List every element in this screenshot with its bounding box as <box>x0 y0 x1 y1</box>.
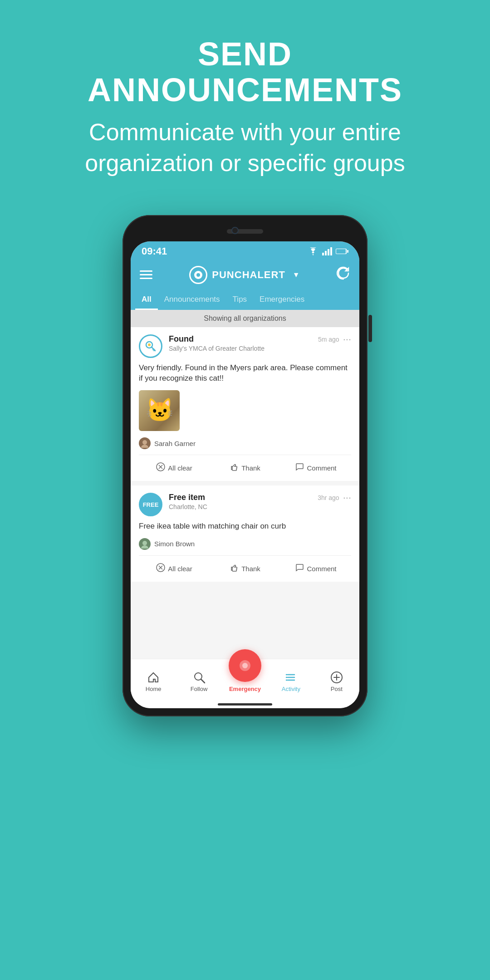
app-tabs: All Announcements Tips Emergencies <box>131 290 359 310</box>
app-logo-inner <box>194 271 202 279</box>
svg-rect-6 <box>336 249 346 254</box>
status-icons <box>308 247 348 255</box>
phone-side-button <box>368 315 372 342</box>
found-card-body: Very friendly. Found in the Myers park a… <box>139 363 351 384</box>
post-nav-label: Post <box>331 686 343 692</box>
post-icon <box>330 671 343 684</box>
wifi-icon <box>308 247 318 255</box>
emergency-inner-icon <box>237 657 253 674</box>
svg-rect-1 <box>325 251 327 255</box>
free-card-meta: 3hr ago ··· <box>318 493 351 503</box>
svg-point-20 <box>242 663 248 668</box>
found-card-image <box>139 390 180 431</box>
org-banner: Showing all organizations <box>131 310 359 327</box>
activity-nav-label: Activity <box>282 686 300 692</box>
free-card-more-icon[interactable]: ··· <box>343 493 351 503</box>
found-card-actions: All clear Thank <box>139 455 351 481</box>
found-author-name: Sarah Garner <box>154 440 196 447</box>
found-thank-label: Thank <box>241 464 260 472</box>
nav-item-home[interactable]: Home <box>137 671 169 692</box>
app-name: PUNCHALERT <box>212 269 285 281</box>
emergency-nav-label: Emergency <box>229 686 261 692</box>
battery-icon <box>336 248 348 255</box>
svg-rect-3 <box>330 247 332 255</box>
phone-camera <box>231 227 239 234</box>
tab-tips[interactable]: Tips <box>226 290 254 310</box>
free-comment-action[interactable]: Comment <box>280 559 351 579</box>
app-logo-circle <box>189 266 207 284</box>
found-card-title: Found <box>169 334 318 344</box>
free-card-org: Charlotte, NC <box>169 503 318 510</box>
free-allclear-action[interactable]: All clear <box>139 559 210 579</box>
svg-line-18 <box>201 679 205 683</box>
home-nav-label: Home <box>146 686 162 692</box>
bottom-nav: Home Follow <box>131 659 359 700</box>
free-allclear-icon <box>156 563 165 574</box>
header-subtitle: Communicate with your entire organizatio… <box>36 117 454 178</box>
free-thank-icon <box>230 563 239 574</box>
tab-announcements[interactable]: Announcements <box>158 290 226 310</box>
found-thank-action[interactable]: Thank <box>210 458 280 478</box>
found-comment-action[interactable]: Comment <box>280 458 351 478</box>
free-comment-icon <box>295 563 304 574</box>
signal-icon <box>322 247 332 255</box>
free-thank-action[interactable]: Thank <box>210 559 280 579</box>
phone-screen: 09:41 <box>131 241 359 708</box>
free-icon-label: FREE <box>143 501 159 508</box>
feed-card-free: FREE Free item Charlotte, NC 3hr ago ··· <box>131 485 359 582</box>
app-logo-area[interactable]: PUNCHALERT ▼ <box>189 266 299 284</box>
found-card-author: Sarah Garner <box>139 437 351 449</box>
found-card-time: 5m ago <box>318 336 339 343</box>
nav-item-activity[interactable]: Activity <box>275 671 307 692</box>
phone-top-bar <box>131 223 359 240</box>
found-category-icon <box>139 334 162 358</box>
cat-image <box>139 390 180 431</box>
found-card-title-area: Found Sally's YMCA of Greater Charlotte <box>169 334 318 352</box>
home-indicator <box>218 703 272 706</box>
free-author-name: Simon Brown <box>154 540 195 548</box>
emergency-button[interactable] <box>229 649 261 682</box>
phone-mockup: 09:41 <box>122 215 368 716</box>
thank-icon <box>230 462 239 474</box>
found-allclear-label: All clear <box>168 464 192 472</box>
status-time: 09:41 <box>142 245 167 257</box>
follow-nav-label: Follow <box>191 686 208 692</box>
feed-spacer <box>131 586 359 659</box>
feed-card-found: Found Sally's YMCA of Greater Charlotte … <box>131 327 359 481</box>
follow-search-icon <box>193 671 206 684</box>
svg-point-13 <box>142 541 147 545</box>
nav-item-follow[interactable]: Follow <box>183 671 215 692</box>
svg-rect-5 <box>347 250 348 253</box>
found-comment-label: Comment <box>307 464 336 472</box>
app-header: PUNCHALERT ▼ <box>131 261 359 290</box>
free-card-actions: All clear Thank <box>139 555 351 582</box>
header-title: SEND ANNOUNCEMENTS <box>36 36 454 108</box>
free-card-title: Free item <box>169 493 318 502</box>
free-card-author: Simon Brown <box>139 538 351 550</box>
free-comment-label: Comment <box>307 565 336 573</box>
svg-point-8 <box>148 343 151 346</box>
nav-item-post[interactable]: Post <box>321 671 353 692</box>
tab-all[interactable]: All <box>135 290 158 310</box>
refresh-icon[interactable] <box>337 266 350 283</box>
svg-point-9 <box>142 440 147 445</box>
allclear-icon <box>156 462 165 474</box>
free-card-title-area: Free item Charlotte, NC <box>169 493 318 510</box>
activity-list-icon <box>284 671 297 684</box>
found-allclear-action[interactable]: All clear <box>139 458 210 478</box>
header-section: SEND ANNOUNCEMENTS Communicate with your… <box>0 0 490 197</box>
comment-icon <box>295 462 304 474</box>
free-allclear-label: All clear <box>168 565 192 573</box>
home-icon <box>147 671 160 684</box>
dropdown-arrow-icon[interactable]: ▼ <box>293 271 300 279</box>
feed: Found Sally's YMCA of Greater Charlotte … <box>131 327 359 659</box>
tab-emergencies[interactable]: Emergencies <box>253 290 311 310</box>
found-author-avatar <box>139 437 151 449</box>
free-author-avatar <box>139 538 151 550</box>
free-category-icon: FREE <box>139 493 162 516</box>
status-bar: 09:41 <box>131 241 359 261</box>
found-card-more-icon[interactable]: ··· <box>343 334 351 344</box>
found-card-meta: 5m ago ··· <box>318 334 351 344</box>
hamburger-menu-icon[interactable] <box>140 270 152 279</box>
nav-item-emergency[interactable]: Emergency <box>229 663 261 692</box>
